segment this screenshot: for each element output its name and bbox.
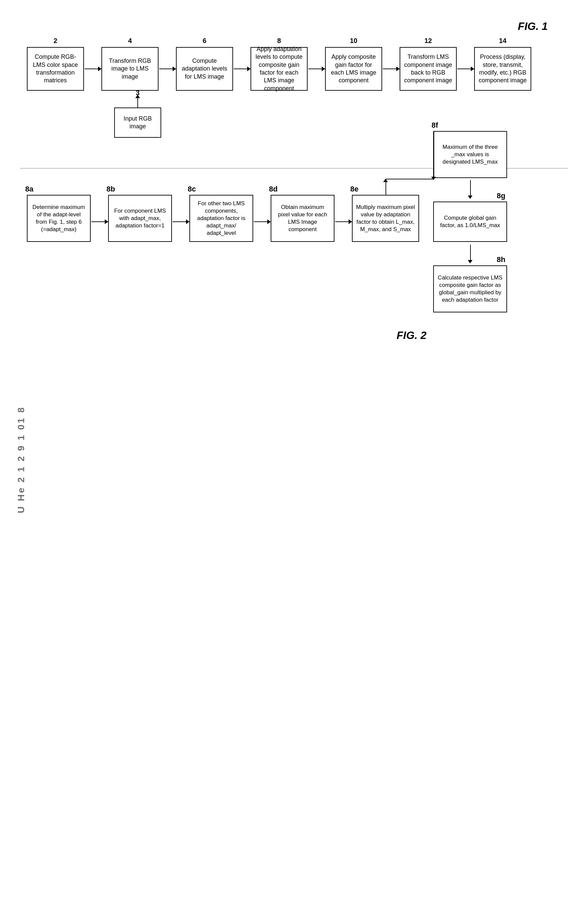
step-8a-box: Determine maximum of the adapt-level fro…	[27, 195, 91, 242]
step-label-6: 6	[203, 37, 206, 45]
line-8g-8h	[470, 245, 471, 261]
step-label-8a: 8a	[25, 185, 33, 194]
step-8h-box: Calculate respective LMS composite gain …	[433, 265, 507, 312]
step-8d-box: Obtain maximum pixel value for each LMS …	[270, 195, 335, 242]
step-10-box: Apply composite gain factor for each LMS…	[325, 47, 382, 91]
fig2-box-8h: 8h Calculate respective LMS composite ga…	[433, 265, 507, 312]
fig2-box-8a: 8a Determine maximum of the adapt-level …	[27, 195, 91, 242]
step-12-box: Transform LMS component image back to RG…	[399, 47, 457, 91]
step-8b-box: For component LMS with adapt_max, adapta…	[108, 195, 172, 242]
fig1-box-6: 6 Compute adaptation levels for LMS imag…	[176, 47, 233, 91]
arrowhead-to-8f	[431, 177, 436, 180]
fig2-box-8f: 8f Maximum of the three _max values is d…	[433, 131, 507, 178]
step-label-8d: 8d	[269, 185, 278, 194]
arrow-6-8	[234, 66, 250, 72]
fig1-box-12: 12 Transform LMS component image back to…	[399, 47, 457, 91]
arrow-10-12	[383, 66, 399, 72]
step-label-4: 4	[128, 37, 132, 45]
fig2-box-8g: 8g Compute global gain factor, as 1.0/LM…	[433, 201, 507, 242]
fig2-label: FIG. 2	[235, 329, 588, 341]
step-label-2: 2	[53, 37, 57, 45]
fig1-box-3: 3 Input RGB image	[114, 98, 161, 138]
fig1-box-10: 10 Apply composite gain factor for each …	[325, 47, 382, 91]
arrow-2-4	[85, 66, 101, 72]
step-label-8b: 8b	[107, 185, 115, 194]
step-label-8c: 8c	[188, 185, 196, 194]
line-8e-to-8f-h	[385, 179, 434, 179]
fig2-box-8b: 8b For component LMS with adapt_max, ada…	[108, 195, 172, 242]
step-8c-box: For other two LMS components, adaptation…	[189, 195, 253, 242]
fig1-box-2: 2 Compute RGB-LMS color space transforma…	[27, 47, 84, 91]
line-8f-8g	[470, 180, 471, 197]
step-8e-box: Multiply maximum pixel value by adaptati…	[352, 195, 419, 242]
fig2-box-8c: 8c For other two LMS components, adaptat…	[189, 195, 253, 242]
watermark-text: U He 2 1 2 9 1 01 8	[16, 406, 27, 513]
step-8f-box: Maximum of the three _max values is desi…	[433, 131, 507, 178]
step-label-8: 8	[277, 37, 281, 45]
arrow-4-6	[159, 66, 176, 72]
step-3-box: Input RGB image	[114, 107, 161, 138]
fig2-box-8e: 8e Multiply maximum pixel value by adapt…	[352, 195, 419, 242]
step-label-10: 10	[350, 37, 357, 45]
fig1-label: FIG. 1	[518, 20, 548, 33]
line-to-8f-v	[434, 131, 434, 179]
step-label-8e: 8e	[350, 185, 358, 194]
arrow-8-10	[308, 66, 325, 72]
step-8-box: Apply adaptation levels to compute compo…	[250, 47, 308, 91]
fig2-box-8d: 8d Obtain maximum pixel value for each L…	[270, 195, 335, 242]
step-label-14: 14	[499, 37, 506, 45]
step-14-box: Process (display, store, transmit, modif…	[474, 47, 531, 91]
arrowhead-8f-8g	[468, 195, 472, 199]
step-label-8h: 8h	[497, 255, 505, 264]
arrow-8a-8b	[91, 219, 108, 225]
fig1-box-8: 8 Apply adaptation levels to compute com…	[250, 47, 308, 91]
step-4-box: Transform RGB image to LMS image	[101, 47, 159, 91]
arrow-8c-8d	[254, 219, 270, 225]
arrow-8d-8e	[335, 219, 352, 225]
fig1-box-4: 4 Transform RGB image to LMS image	[101, 47, 159, 91]
line-8e-up	[385, 181, 386, 195]
step-label-8f: 8f	[431, 121, 438, 130]
step-2-box: Compute RGB-LMS color space transformati…	[27, 47, 84, 91]
arrow-8b-8c	[173, 219, 189, 225]
step-label-8g: 8g	[497, 192, 505, 200]
step-6-box: Compute adaptation levels for LMS image	[176, 47, 233, 91]
arrow-12-14	[458, 66, 474, 72]
step-8g-box: Compute global gain factor, as 1.0/LMS_m…	[433, 201, 507, 242]
arrowhead-8g-8h	[468, 260, 472, 263]
fig1-box-14: 14 Process (display, store, transmit, mo…	[474, 47, 531, 91]
step-label-12: 12	[424, 37, 432, 45]
